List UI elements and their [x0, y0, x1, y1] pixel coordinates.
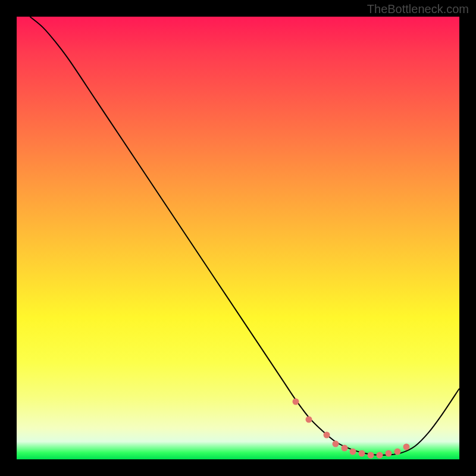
highlighted-dot [306, 416, 312, 423]
highlighted-dot [394, 448, 400, 455]
highlighted-dot [377, 452, 383, 458]
watermark-text: TheBottleneck.com [367, 2, 469, 16]
highlighted-dot [350, 448, 356, 455]
highlighted-dot [323, 432, 330, 439]
highlighted-dot [403, 444, 409, 450]
highlighted-dot [292, 399, 299, 405]
highlighted-dot [359, 450, 365, 457]
bottleneck-curve [30, 17, 459, 455]
highlighted-dot [385, 450, 392, 457]
highlighted-dot [368, 452, 374, 458]
chart-plot-area [17, 17, 459, 459]
highlighted-dot [341, 445, 347, 452]
curve-layer [17, 17, 459, 459]
highlighted-dot [332, 440, 339, 447]
